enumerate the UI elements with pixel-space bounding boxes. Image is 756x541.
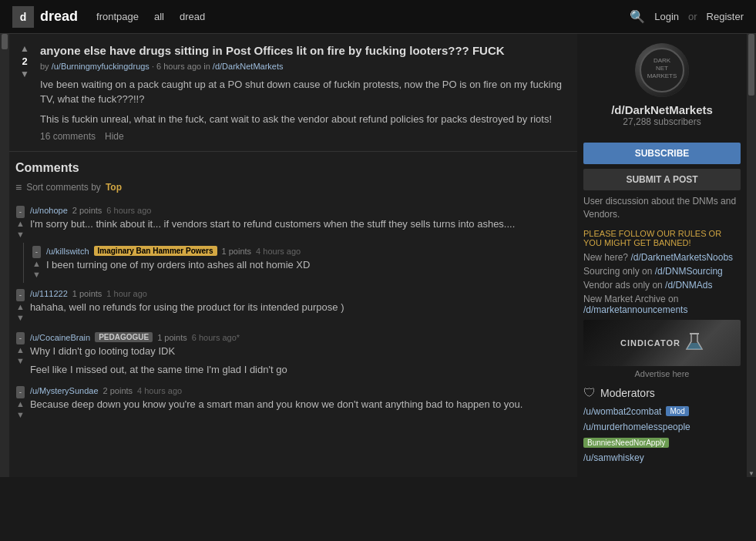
comment-author-2[interactable]: /u/111222 (30, 289, 68, 298)
comment-downvote-1[interactable]: ▼ (15, 230, 25, 240)
sort-icon: ≡ (15, 181, 22, 193)
comment-text-3b: Feel like I missed out, at the same time… (30, 363, 571, 377)
moderators-section-title: 🛡 Moderators (583, 386, 741, 400)
comment-downvote-4[interactable]: ▼ (15, 410, 25, 420)
comment-row-4: - ▲ ▼ /u/MysterySundae 2 points 4 hours … (15, 383, 571, 423)
login-link[interactable]: Login (654, 11, 679, 22)
sub-subs: 27,288 subscribers (623, 116, 701, 127)
comment-indent-1: - ▲ ▼ /u/killswitch Imaginary Ban Hammer… (23, 243, 571, 283)
sidebar: DARK NET MARKETS /d/DarkNetMarkets 27,28… (577, 34, 747, 477)
header: d dread frontpage all dread 🔍 Login or R… (0, 0, 756, 34)
comment-vote-col-4: - ▲ ▼ (15, 386, 25, 420)
comment-upvote-1[interactable]: ▲ (15, 219, 25, 229)
scroll-arrow-down[interactable]: ▼ (748, 470, 754, 477)
post-author[interactable]: /u/Burningmyfuckingdrugs (52, 62, 150, 71)
comment-downvote-3[interactable]: ▼ (15, 356, 25, 366)
nav-dread[interactable]: dread (180, 11, 205, 22)
post-vote-count: 2 (22, 55, 27, 67)
mod-name-3[interactable]: /u/samwhiskey (583, 452, 644, 463)
comment-time-1r1: 4 hours ago (256, 247, 301, 256)
comment-collapse-3[interactable]: - (16, 332, 25, 344)
nav-frontpage[interactable]: frontpage (96, 11, 139, 22)
main-nav: frontpage all dread (96, 11, 205, 22)
post-comments-link[interactable]: 16 comments (40, 131, 96, 142)
shield-icon: 🛡 (583, 386, 596, 400)
comment-time-1: 6 hours ago (106, 206, 151, 215)
comment-upvote-3[interactable]: ▲ (15, 345, 25, 355)
vendor-text: Vendor ads only on /d/DNMAds (583, 280, 741, 291)
comment-content-3: /u/CocaineBrain PEDAGOGUE 1 points 6 hou… (30, 332, 571, 377)
comment-points-3: 1 points (157, 333, 187, 342)
comment-collapse-1[interactable]: - (16, 206, 25, 218)
nav-all[interactable]: all (154, 11, 164, 22)
comment-content-1: /u/nohope 2 points 6 hours ago I'm sorry… (30, 206, 571, 231)
mod-name-1[interactable]: /u/wombat2combat (583, 406, 661, 417)
mod-name-2[interactable]: /u/murderhomelesspeople (583, 422, 690, 432)
search-button[interactable]: 🔍 (630, 9, 645, 24)
comment-meta-2: /u/111222 1 points 1 hour ago (30, 289, 571, 298)
scroll-thumb-right (748, 34, 754, 96)
auth-separator: or (688, 11, 697, 22)
logo-icon: d (12, 6, 34, 28)
right-scrollbar[interactable]: ▲ ▼ (747, 34, 756, 477)
comment-thread-4: - ▲ ▼ /u/MysterySundae 2 points 4 hours … (15, 383, 571, 423)
comment-upvote-2[interactable]: ▲ (15, 302, 25, 312)
mod-entry-1: /u/wombat2combat Mod (583, 406, 741, 417)
left-scrollbar[interactable] (0, 34, 9, 477)
comment-badge-1r1: Imaginary Ban Hammer Powers (94, 246, 217, 256)
submit-post-button[interactable]: SUBMIT A POST (583, 169, 741, 190)
post-vote-column: ▲ 2 ▼ (15, 43, 34, 142)
comment-author-1r1[interactable]: /u/killswitch (46, 247, 89, 256)
comment-downvote-1r1[interactable]: ▼ (32, 270, 42, 280)
comment-thread-1: - ▲ ▼ /u/nohope 2 points 6 hours ago I'm… (15, 203, 571, 283)
post-actions: 16 comments Hide (40, 131, 571, 142)
comment-downvote-2[interactable]: ▼ (15, 313, 25, 323)
comment-time-2: 1 hour ago (106, 289, 147, 298)
post-text-2: This is fuckin unreal, what in the fuck,… (40, 112, 571, 127)
comment-collapse-4[interactable]: - (16, 386, 25, 398)
comment-content-1r1: /u/killswitch Imaginary Ban Hammer Power… (46, 246, 571, 272)
comment-thread-2: - ▲ ▼ /u/111222 1 points 1 hour ago haha… (15, 286, 571, 326)
comment-badge-3: PEDAGOGUE (95, 332, 153, 342)
comment-meta-3: /u/CocaineBrain PEDAGOGUE 1 points 6 hou… (30, 332, 571, 342)
archive-link[interactable]: /d/marketannouncements (583, 304, 741, 315)
post-downvote[interactable]: ▼ (19, 69, 30, 79)
advertise-label[interactable]: Advertise here (583, 369, 741, 378)
comment-collapse-1r1[interactable]: - (32, 246, 41, 258)
comment-author-3[interactable]: /u/CocaineBrain (30, 333, 90, 342)
ad-banner[interactable]: CINDICATOR (583, 320, 741, 366)
comment-row-1: - ▲ ▼ /u/nohope 2 points 6 hours ago I'm… (15, 203, 571, 243)
comment-row-1r1: - ▲ ▼ /u/killswitch Imaginary Ban Hammer… (32, 243, 571, 283)
post-upvote[interactable]: ▲ (19, 43, 30, 54)
mod-badge-2: BunniesNeedNorApply (583, 438, 669, 448)
post-subreddit[interactable]: /d/DarkNetMarkets (213, 62, 284, 71)
subscribe-button[interactable]: SUBSCRIBE (583, 143, 741, 164)
comment-content-4: /u/MysterySundae 2 points 4 hours ago Be… (30, 386, 571, 412)
mod-badge-1: Mod (666, 406, 688, 416)
comment-upvote-4[interactable]: ▲ (15, 399, 25, 409)
comment-text-1r1: I been turning one of my orders into ash… (46, 258, 571, 272)
header-right: 🔍 Login or Register (630, 9, 744, 24)
comment-points-2: 1 points (72, 289, 102, 298)
comment-upvote-1r1[interactable]: ▲ (32, 259, 42, 269)
comment-row-3: - ▲ ▼ /u/CocaineBrain PEDAGOGUE 1 points… (15, 329, 571, 380)
comments-heading: Comments (15, 161, 571, 175)
comment-author-1[interactable]: /u/nohope (30, 206, 68, 215)
sourcing-link[interactable]: /d/DNMSourcing (655, 266, 723, 277)
register-link[interactable]: Register (707, 11, 744, 22)
vendor-link[interactable]: /d/DNMAds (665, 280, 712, 291)
post-hide-link[interactable]: Hide (105, 131, 124, 142)
comment-points-1: 2 points (72, 206, 102, 215)
mod-entry-3: /u/samwhiskey (583, 452, 741, 463)
comment-author-4[interactable]: /u/MysterySundae (30, 386, 99, 395)
post-body: anyone else have drugs sitting in Post O… (40, 43, 571, 142)
post-time: 6 hours ago (156, 62, 201, 71)
mod-entry-2: /u/murderhomelesspeople BunniesNeedNorAp… (583, 422, 741, 448)
content-area: ▲ 2 ▼ anyone else have drugs sitting in … (9, 34, 577, 477)
rules-link[interactable]: PLEASE FOLLOW OUR RULES OR YOU MIGHT GET… (583, 229, 741, 247)
new-here-link[interactable]: /d/DarknetMarketsNoobs (630, 252, 733, 263)
sort-active[interactable]: Top (106, 182, 122, 193)
comment-collapse-2[interactable]: - (16, 289, 25, 301)
sidebar-description: User discussion about the DNMs and Vendo… (583, 195, 741, 221)
post-text-1: Ive been waiting on a pack caught up at … (40, 77, 571, 107)
